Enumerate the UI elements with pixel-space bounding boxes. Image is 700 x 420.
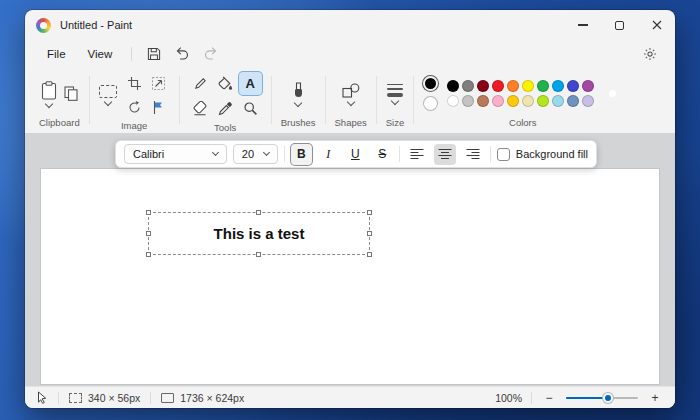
brushes-group-label: Brushes	[281, 115, 316, 131]
color-swatch[interactable]	[462, 80, 474, 92]
zoom-level: 100%	[495, 392, 522, 404]
color-swatch[interactable]	[522, 95, 534, 107]
color-swatch[interactable]	[492, 95, 504, 107]
color-swatch[interactable]	[552, 95, 564, 107]
eyedropper-icon	[218, 101, 233, 116]
text-selection-box[interactable]: This is a test	[148, 212, 370, 255]
font-size-value: 20	[242, 148, 254, 160]
selection-handle[interactable]	[367, 231, 372, 236]
edit-colors-button[interactable]	[603, 84, 622, 103]
color-swatch[interactable]	[552, 80, 564, 92]
color-picker-tool-button[interactable]	[214, 97, 237, 120]
background-fill-checkbox[interactable]	[497, 148, 510, 161]
shapes-icon	[342, 83, 360, 98]
selection-handle[interactable]	[367, 210, 372, 215]
canvas-text[interactable]: This is a test	[149, 213, 369, 254]
chevron-down-icon	[103, 98, 111, 106]
align-center-button[interactable]	[434, 144, 456, 165]
resize-button[interactable]	[148, 72, 170, 94]
status-divider	[58, 392, 59, 404]
rotate-button[interactable]	[124, 96, 146, 118]
secondary-color-swatch[interactable]	[423, 96, 438, 111]
primary-color-swatch[interactable]	[423, 76, 438, 91]
color-swatch[interactable]	[462, 95, 474, 107]
zoom-slider[interactable]	[566, 392, 638, 404]
selection-handle[interactable]	[256, 210, 261, 215]
font-family-select[interactable]: Calibri	[124, 144, 227, 164]
chevron-down-icon	[263, 149, 270, 156]
titlebar[interactable]: Untitled - Paint	[25, 10, 675, 40]
color-swatch[interactable]	[447, 95, 459, 107]
zoom-out-button[interactable]: −	[541, 390, 557, 406]
copy-button[interactable]	[64, 86, 78, 101]
color-swatch[interactable]	[447, 80, 459, 92]
crop-button[interactable]	[124, 72, 146, 94]
crop-icon	[128, 77, 141, 90]
menu-view[interactable]: View	[78, 45, 123, 63]
image-group: Image	[91, 67, 178, 133]
maximize-button[interactable]	[601, 10, 638, 40]
ribbon-divider	[179, 76, 180, 124]
color-swatch[interactable]	[507, 95, 519, 107]
cursor-position-indicator	[37, 391, 48, 404]
paste-button[interactable]	[41, 81, 57, 107]
chevron-down-icon	[294, 98, 302, 106]
minimize-button[interactable]	[564, 10, 601, 40]
save-button[interactable]	[141, 43, 167, 65]
color-swatch[interactable]	[477, 95, 489, 107]
selection-handle[interactable]	[146, 210, 151, 215]
resize-icon	[152, 77, 165, 90]
color-swatch[interactable]	[522, 80, 534, 92]
settings-button[interactable]	[637, 43, 663, 65]
colors-group: Colors	[415, 67, 630, 133]
redo-button[interactable]	[197, 43, 223, 65]
fill-tool-button[interactable]	[214, 72, 237, 95]
maximize-icon	[615, 21, 624, 30]
brushes-button[interactable]	[292, 82, 305, 106]
colors-group-label: Colors	[509, 115, 536, 131]
close-button[interactable]	[638, 10, 675, 40]
color-swatch[interactable]	[582, 95, 594, 107]
menu-divider	[131, 47, 132, 61]
flip-button[interactable]	[148, 96, 170, 118]
color-swatch[interactable]	[567, 80, 579, 92]
ribbon-divider	[413, 76, 414, 124]
selection-handle[interactable]	[367, 252, 372, 257]
color-swatch[interactable]	[507, 80, 519, 92]
text-tool-icon: A	[245, 76, 254, 91]
undo-button[interactable]	[169, 43, 195, 65]
shapes-button[interactable]	[342, 83, 360, 105]
menu-bar: File View	[25, 40, 675, 67]
pencil-tool-button[interactable]	[189, 72, 212, 95]
font-size-select[interactable]: 20	[233, 144, 278, 164]
bold-button[interactable]: B	[291, 144, 312, 165]
selection-handle[interactable]	[146, 231, 151, 236]
eraser-tool-button[interactable]	[189, 97, 212, 120]
select-button[interactable]	[99, 85, 117, 105]
color-swatch[interactable]	[537, 95, 549, 107]
selection-icon	[99, 85, 117, 98]
align-left-icon	[410, 148, 424, 160]
zoom-in-button[interactable]: +	[647, 390, 663, 406]
italic-button[interactable]: I	[318, 144, 339, 165]
color-swatch[interactable]	[492, 80, 504, 92]
color-swatch[interactable]	[537, 80, 549, 92]
menu-file[interactable]: File	[37, 45, 76, 63]
color-swatch[interactable]	[567, 95, 579, 107]
zoom-slider-thumb[interactable]	[603, 393, 613, 403]
align-left-button[interactable]	[406, 144, 428, 165]
align-right-button[interactable]	[462, 144, 484, 165]
size-button[interactable]	[387, 84, 403, 104]
selection-handle[interactable]	[256, 252, 261, 257]
canvas[interactable]: This is a test	[41, 169, 659, 384]
magnifier-icon	[243, 101, 258, 116]
underline-button[interactable]: U	[345, 144, 366, 165]
selection-handle[interactable]	[146, 252, 151, 257]
strikethrough-button[interactable]: S	[372, 144, 393, 165]
color-swatch[interactable]	[582, 80, 594, 92]
magnifier-tool-button[interactable]	[239, 97, 262, 120]
color-swatch[interactable]	[477, 80, 489, 92]
window-title: Untitled - Paint	[60, 19, 132, 31]
text-tool-button[interactable]: A	[239, 72, 262, 95]
ribbon-divider	[376, 76, 377, 124]
